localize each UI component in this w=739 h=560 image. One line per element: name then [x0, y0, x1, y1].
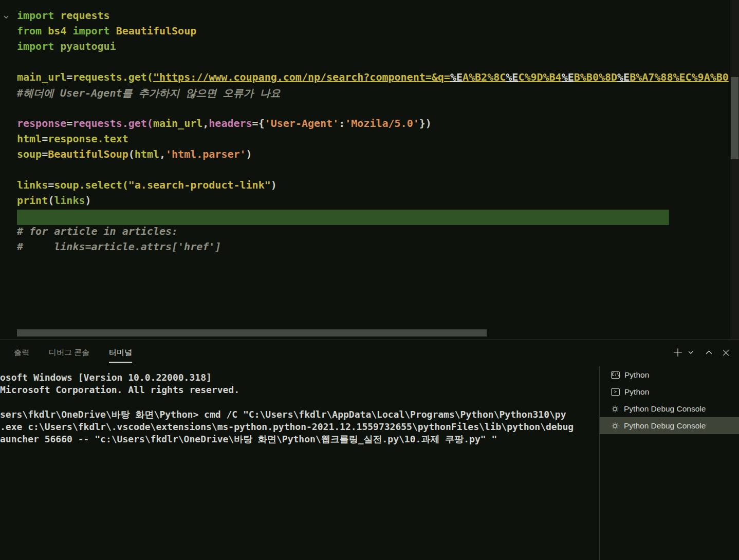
- terminal-line: [0, 396, 596, 408]
- panel-actions: [672, 347, 739, 358]
- code-line: #헤더에 User-Agent를 추가하지 않으면 오류가 나요: [0, 86, 739, 102]
- terminal-picker-dropdown[interactable]: [685, 347, 696, 358]
- code-line: html=response.text: [0, 133, 739, 148]
- cmd-terminal-icon: C:\: [611, 371, 620, 379]
- terminal-list-item[interactable]: Python Debug Console: [600, 417, 739, 434]
- terminal-list: C:\Python>PythonPython Debug ConsolePyth…: [599, 366, 739, 560]
- terminal-output[interactable]: osoft Windows [Version 10.0.22000.318]Mi…: [0, 371, 596, 445]
- vscode-window: import requestsfrom bs4 import Beautiful…: [0, 0, 739, 560]
- terminal-list-item[interactable]: C:\Python: [600, 366, 739, 383]
- terminal-list-item-label: Python: [624, 387, 649, 397]
- chevron-up-icon: [705, 349, 713, 357]
- terminal-line: sers\fkdlr\OneDrive\바탕 화면\Python> cmd /C…: [0, 408, 596, 421]
- code-line: import pyautogui: [0, 40, 739, 55]
- terminal-line: osoft Windows [Version 10.0.22000.318]: [0, 371, 596, 384]
- code-line: links=soup.select("a.search-product-link…: [0, 179, 739, 194]
- tab-debug-console[interactable]: 디버그 콘솔: [49, 340, 89, 365]
- new-terminal-button[interactable]: [672, 347, 683, 358]
- terminal-list-item[interactable]: >Python: [600, 383, 739, 400]
- terminal-list-item[interactable]: Python Debug Console: [600, 400, 739, 417]
- chevron-down-icon: [688, 349, 694, 356]
- code-line: # for article in articles:: [0, 225, 739, 240]
- code-line: [0, 102, 739, 117]
- terminal-list-item-label: Python Debug Console: [624, 404, 706, 414]
- terminal-line: auncher 56660 -- "c:\Users\fkdlr\OneDriv…: [0, 433, 596, 445]
- code-line: main_url=requests.get("https://www.coupa…: [0, 71, 739, 86]
- terminal-list-item-label: Python: [624, 370, 649, 380]
- code-line: [0, 163, 739, 179]
- debug-console-icon: [611, 422, 619, 430]
- code-line: print(links): [0, 194, 739, 210]
- terminal-list-item-label: Python Debug Console: [624, 421, 706, 431]
- terminal-line: .exe c:\Users\fkdlr\.vscode\extensions\m…: [0, 421, 596, 433]
- code-line: soup=BeautifulSoup(html,'html.parser'): [0, 148, 739, 163]
- panel-header: 출력 디버그 콘솔 터미널: [0, 340, 739, 365]
- code-area[interactable]: import requestsfrom bs4 import Beautiful…: [0, 9, 739, 256]
- editor: import requestsfrom bs4 import Beautiful…: [0, 0, 739, 339]
- current-line-highlight: [17, 210, 669, 225]
- code-line: # links=article.attrs['href']: [0, 240, 739, 256]
- debug-console-icon: [611, 405, 619, 413]
- tab-output[interactable]: 출력: [14, 340, 29, 365]
- close-panel-button[interactable]: [720, 347, 731, 358]
- horizontal-scrollbar[interactable]: [17, 329, 487, 337]
- vertical-scrollbar[interactable]: [731, 77, 738, 159]
- bottom-panel: 출력 디버그 콘솔 터미널 osoft Windows [Version: [0, 339, 739, 560]
- terminal-line: Microsoft Corporation. All rights reserv…: [0, 384, 596, 396]
- python-terminal-icon: >: [611, 388, 620, 396]
- tab-terminal[interactable]: 터미널: [109, 340, 132, 365]
- code-line: from bs4 import BeautifulSoup: [0, 25, 739, 40]
- code-line: [0, 55, 739, 71]
- vertical-scrollbar-track: [730, 0, 739, 339]
- close-icon: [722, 349, 730, 357]
- code-line: import requests: [0, 9, 739, 25]
- code-line: response=requests.get(main_url,headers={…: [0, 117, 739, 133]
- maximize-panel-button[interactable]: [703, 347, 714, 358]
- panel-tabs: 출력 디버그 콘솔 터미널: [0, 340, 132, 365]
- plus-icon: [673, 348, 682, 357]
